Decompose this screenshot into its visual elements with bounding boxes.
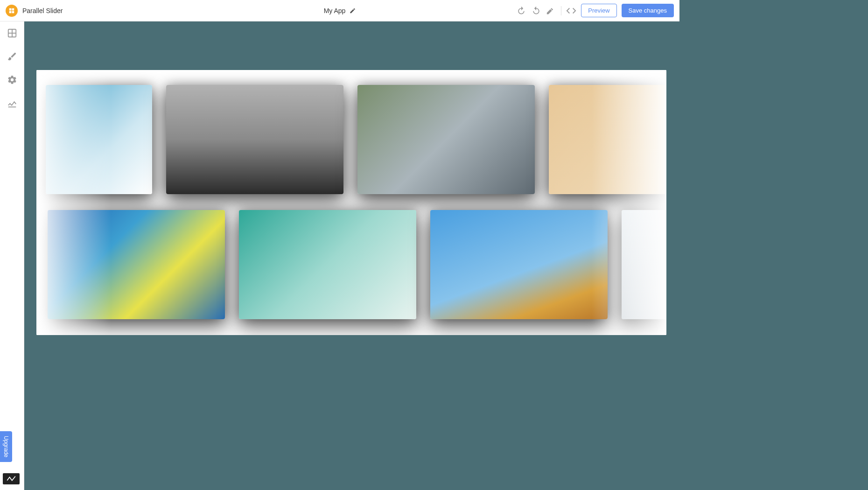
top-bar: Parallel Slider My App Preview Save chan… — [0, 0, 679, 21]
analytics-icon — [7, 98, 17, 108]
sidebar-design-button[interactable] — [7, 51, 17, 62]
svg-rect-1 — [12, 8, 14, 10]
slide-carousel-ride[interactable] — [430, 210, 608, 319]
hammer-icon — [546, 6, 556, 15]
sidebar-analytics-button[interactable] — [7, 98, 17, 108]
undo-button[interactable] — [516, 6, 526, 16]
toolbar-divider — [561, 6, 561, 15]
slide-image — [430, 210, 608, 319]
slider-row-2 — [48, 210, 666, 319]
build-button[interactable] — [546, 6, 556, 16]
slide-surfer[interactable] — [239, 210, 416, 319]
svg-rect-2 — [9, 11, 12, 13]
canvas-area[interactable] — [24, 21, 679, 384]
slide-image — [48, 210, 225, 319]
slide-holi-festival[interactable] — [48, 210, 225, 319]
sidebar-layout-button[interactable] — [7, 28, 17, 38]
preview-button[interactable]: Preview — [581, 4, 616, 17]
redo-icon — [532, 6, 541, 15]
slide-image — [239, 210, 416, 319]
slide-image — [622, 210, 666, 319]
undo-icon — [517, 6, 526, 15]
grid-logo-icon — [8, 7, 15, 14]
layout-icon — [7, 28, 17, 38]
slide-image — [549, 85, 666, 194]
app-logo[interactable] — [6, 5, 18, 17]
sidebar-settings-button[interactable] — [7, 75, 17, 85]
app-title[interactable]: My App — [324, 7, 346, 14]
code-button[interactable] — [566, 6, 576, 16]
gear-icon — [7, 75, 17, 85]
redo-button[interactable] — [531, 6, 541, 16]
svg-rect-0 — [9, 8, 12, 10]
slide-image — [46, 85, 152, 194]
pencil-icon[interactable] — [349, 7, 356, 14]
slide-dog-glasses[interactable] — [166, 85, 343, 194]
left-sidebar — [0, 21, 24, 384]
parallel-slider-widget[interactable] — [36, 70, 666, 335]
save-button[interactable]: Save changes — [622, 4, 674, 17]
slide-car-trunk[interactable] — [357, 85, 535, 194]
slide-image — [166, 85, 343, 194]
code-icon — [566, 6, 576, 16]
svg-rect-3 — [12, 11, 14, 13]
slide-friends-sunset[interactable] — [549, 85, 666, 194]
slide-beach-couple[interactable] — [622, 210, 666, 319]
topbar-center: My App — [324, 7, 356, 14]
widget-title: Parallel Slider — [22, 7, 63, 14]
slide-image — [357, 85, 535, 194]
slide-swing[interactable] — [46, 85, 152, 194]
topbar-right: Preview Save changes — [516, 4, 674, 17]
slider-row-1 — [46, 85, 666, 194]
brush-icon — [7, 51, 17, 62]
topbar-left: Parallel Slider — [6, 5, 63, 17]
